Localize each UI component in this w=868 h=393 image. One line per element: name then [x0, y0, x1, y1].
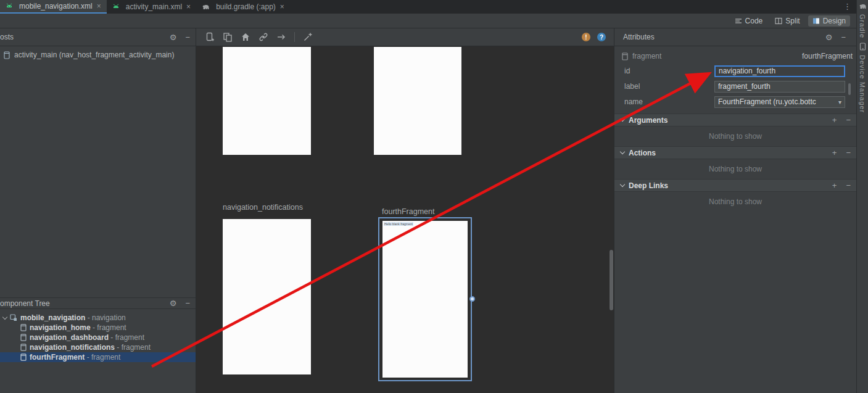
component-type: fragment — [632, 52, 661, 60]
hide-panel-icon[interactable]: − — [185, 299, 190, 307]
code-icon — [735, 17, 742, 25]
ide-window: mobile_navigation.xml × activity_main.xm… — [0, 0, 856, 393]
action-arrow-icon[interactable] — [276, 32, 286, 42]
tree-item-type: - fragment — [115, 343, 151, 352]
split-icon — [775, 17, 782, 25]
label-input[interactable] — [714, 81, 845, 93]
toolbar-separator — [294, 32, 295, 42]
add-icon[interactable]: + — [832, 149, 837, 157]
main-content: activity_main (nav_host_fragment_activit… — [0, 46, 856, 393]
remove-icon[interactable]: − — [846, 181, 851, 189]
actions-section-header[interactable]: Actions + − — [614, 146, 856, 159]
design-toolbar: ! ? — [196, 28, 614, 46]
tab-mobile-navigation-xml[interactable]: mobile_navigation.xml × — [0, 0, 107, 14]
split-view-label: Split — [785, 17, 800, 25]
warning-indicator-icon[interactable]: ! — [582, 33, 590, 41]
fragment-icon — [622, 52, 628, 60]
design-view-button[interactable]: Design — [808, 15, 850, 27]
section-title: Actions — [629, 149, 656, 157]
fragment-preview-dashboard[interactable] — [374, 47, 461, 155]
gradle-icon — [202, 3, 210, 10]
fragment-label-fourth[interactable]: fourthFragment — [382, 207, 434, 216]
deep-link-icon[interactable] — [258, 32, 268, 42]
device-manager-icon[interactable] — [859, 43, 866, 51]
tree-item-type: - navigation — [85, 313, 125, 322]
fragment-label-notifications[interactable]: navigation_notifications — [223, 203, 303, 212]
help-icon[interactable]: ? — [597, 33, 606, 41]
editor-mode-bar: Code Split Design — [0, 14, 856, 28]
fragment-preview-canvas: Hello blank fragment — [382, 221, 468, 378]
arguments-empty-text: Nothing to show — [614, 126, 856, 146]
code-view-button[interactable]: Code — [730, 15, 767, 27]
close-icon[interactable]: × — [97, 2, 101, 10]
name-dropdown[interactable]: FourthFragment (ru.yotc.bottc ▾ — [714, 96, 845, 108]
add-icon[interactable]: + — [832, 181, 837, 189]
remove-icon[interactable]: − — [846, 116, 851, 124]
editor-options-icon[interactable]: ⋮ — [843, 2, 851, 11]
id-input[interactable] — [714, 65, 845, 77]
gear-icon[interactable]: ⚙ — [170, 299, 177, 307]
gradle-tool-button[interactable]: Gradle — [859, 14, 866, 38]
tree-item-fourth-fragment[interactable]: fourthFragment - fragment — [0, 352, 196, 362]
device-manager-tool-button[interactable]: Device Manager — [859, 55, 866, 113]
deep-links-section-header[interactable]: Deep Links + − — [614, 179, 856, 192]
right-tool-strip: Gradle Device Manager — [856, 0, 868, 393]
home-icon[interactable] — [241, 32, 250, 42]
gradle-icon[interactable] — [859, 2, 867, 10]
editor-tab-bar: mobile_navigation.xml × activity_main.xm… — [0, 0, 856, 14]
attributes-panel: fragment fourthFragment id label name Fo… — [614, 46, 856, 393]
fragment-preview-notifications[interactable] — [223, 219, 311, 374]
remove-icon[interactable]: − — [846, 149, 851, 157]
split-view-button[interactable]: Split — [771, 15, 804, 27]
chevron-down-icon[interactable] — [2, 315, 7, 320]
tree-item-name: navigation_home — [30, 323, 91, 332]
tree-item-navigation-dashboard[interactable]: navigation_dashboard - fragment — [0, 333, 196, 342]
android-file-icon — [6, 2, 13, 10]
close-icon[interactable]: × — [280, 2, 284, 11]
add-destination-icon[interactable] — [205, 32, 215, 42]
chevron-down-icon — [620, 117, 625, 122]
tab-build-gradle[interactable]: build.gradle (:app) × — [196, 0, 290, 14]
gear-icon[interactable]: ⚙ — [825, 33, 833, 41]
fragment-icon — [20, 344, 27, 351]
hide-panel-icon[interactable]: − — [185, 33, 190, 41]
tree-item-navigation-notifications[interactable]: navigation_notifications - fragment — [0, 342, 196, 352]
chevron-down-icon: ▾ — [838, 99, 841, 105]
design-surface[interactable]: navigation_notifications fourthFragment … — [196, 46, 614, 393]
fragment-icon — [20, 354, 27, 361]
fragment-icon — [20, 334, 27, 341]
design-view-label: Design — [823, 17, 846, 25]
design-scrollbar[interactable] — [610, 250, 613, 310]
preview-text: Hello blank fragment — [384, 222, 413, 226]
section-title: Deep Links — [629, 181, 668, 190]
auto-arrange-icon[interactable] — [303, 32, 313, 42]
action-handle-icon[interactable] — [469, 296, 475, 302]
actions-empty-text: Nothing to show — [614, 159, 856, 179]
id-field-label: id — [624, 67, 714, 75]
tree-item-name: fourthFragment — [30, 353, 85, 362]
tree-item-mobile-navigation[interactable]: mobile_navigation - navigation — [0, 313, 196, 323]
fragment-preview-home[interactable] — [223, 47, 311, 155]
gear-icon[interactable]: ⚙ — [170, 33, 177, 41]
label-field-row: label — [624, 80, 845, 93]
tree-item-type: - fragment — [85, 353, 120, 362]
arguments-section-header[interactable]: Arguments + − — [614, 114, 856, 126]
chevron-down-icon — [620, 182, 625, 187]
hosts-panel-header: osts ⚙ − — [0, 28, 196, 46]
tree-item-type: - fragment — [109, 333, 144, 342]
design-icon — [812, 17, 820, 25]
id-field-row: id — [624, 65, 845, 77]
host-item-activity-main[interactable]: activity_main (nav_host_fragment_activit… — [0, 46, 196, 59]
tab-activity-main-xml[interactable]: activity_main.xml × — [107, 0, 196, 14]
tree-item-name: mobile_navigation — [20, 313, 85, 322]
attributes-scrollbar[interactable] — [848, 83, 851, 95]
hide-panel-icon[interactable]: − — [841, 33, 846, 41]
fragment-preview-fourth-selected[interactable]: Hello blank fragment — [378, 217, 472, 381]
label-field-label: label — [624, 82, 714, 91]
new-destination-icon[interactable] — [223, 32, 233, 42]
close-icon[interactable]: × — [186, 2, 191, 11]
code-view-label: Code — [745, 17, 763, 25]
add-icon[interactable]: + — [832, 116, 837, 124]
tree-item-type: - fragment — [91, 323, 126, 332]
tree-item-navigation-home[interactable]: navigation_home - fragment — [0, 323, 196, 333]
